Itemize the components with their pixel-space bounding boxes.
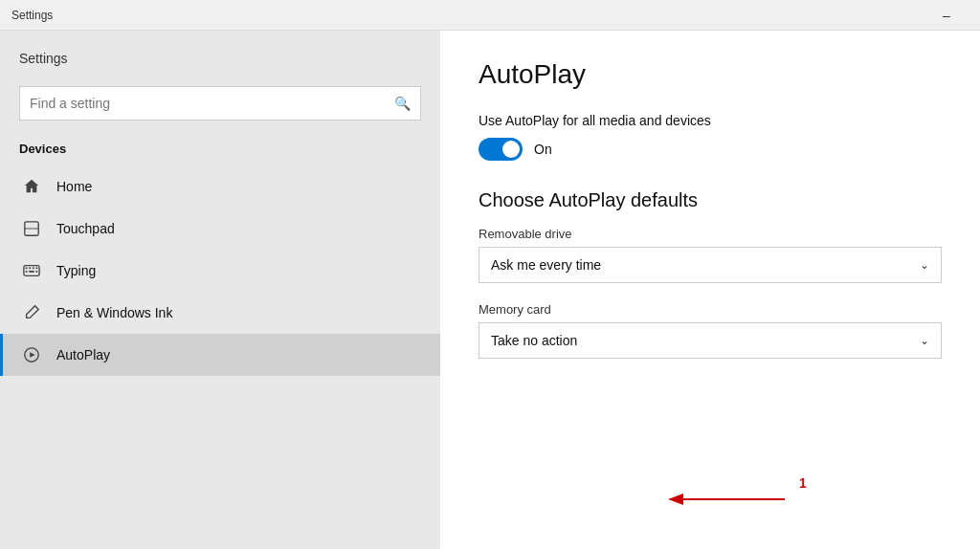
sidebar: Settings 🔍 Devices Home [0,31,440,549]
toggle-state-label: On [534,142,552,157]
sidebar-item-home[interactable]: Home [0,165,440,208]
toggle-thumb [502,141,520,158]
toggle-section-label: Use AutoPlay for all media and devices [479,113,942,128]
search-box[interactable]: 🔍 [19,86,421,121]
svg-rect-8 [29,271,33,273]
sidebar-item-typing-label: Typing [56,263,96,278]
sidebar-title: Settings [19,51,68,66]
sidebar-item-touchpad[interactable]: Touchpad [0,208,440,250]
svg-rect-5 [33,267,34,269]
sidebar-item-pen-label: Pen & Windows Ink [56,305,172,320]
memory-card-value: Take no action [491,333,577,348]
toggle-row: On [479,138,942,161]
sidebar-item-touchpad-label: Touchpad [56,221,115,236]
page-title: AutoPlay [479,59,942,90]
sidebar-section-label: Devices [0,136,440,165]
home-icon [22,177,41,196]
sidebar-item-pen[interactable]: Pen & Windows Ink [0,292,440,334]
autoplay-icon [22,345,41,364]
minimize-button[interactable]: – [924,1,969,30]
sidebar-header: Settings [0,31,440,77]
svg-rect-4 [29,267,31,269]
touchpad-icon [22,219,41,238]
svg-marker-11 [30,352,34,357]
defaults-section-title: Choose AutoPlay defaults [479,189,942,211]
sidebar-item-autoplay-label: AutoPlay [56,347,110,362]
content-wrapper: AutoPlay Use AutoPlay for all media and … [440,31,980,549]
search-input[interactable] [30,96,394,111]
pen-icon [22,303,41,322]
title-bar: Settings – [0,0,980,31]
keyboard-icon [22,261,41,280]
window-controls: – [924,1,969,30]
svg-text:1: 1 [799,475,807,491]
window-title: Settings [11,9,53,22]
sidebar-item-home-label: Home [56,179,92,194]
sidebar-nav: Home Touchpad [0,165,440,376]
removable-drive-dropdown[interactable]: Ask me every time ⌄ [479,247,942,283]
content-panel: AutoPlay Use AutoPlay for all media and … [440,31,980,406]
removable-drive-label: Removable drive [479,227,942,241]
autoplay-toggle-section: Use AutoPlay for all media and devices O… [479,113,942,161]
sidebar-item-autoplay[interactable]: AutoPlay [0,334,440,376]
sidebar-item-typing[interactable]: Typing [0,250,440,292]
removable-drive-chevron-icon: ⌄ [920,258,929,272]
memory-card-chevron-icon: ⌄ [920,334,929,347]
main-layout: Settings 🔍 Devices Home [0,31,980,549]
memory-card-dropdown[interactable]: Take no action ⌄ [479,322,942,359]
removable-drive-value: Ask me every time [491,257,601,273]
svg-rect-6 [36,267,38,269]
autoplay-toggle[interactable] [479,138,523,161]
svg-rect-7 [26,271,28,273]
svg-rect-3 [26,267,28,269]
memory-card-label: Memory card [479,302,942,317]
search-icon: 🔍 [394,96,411,111]
svg-rect-9 [36,271,38,273]
